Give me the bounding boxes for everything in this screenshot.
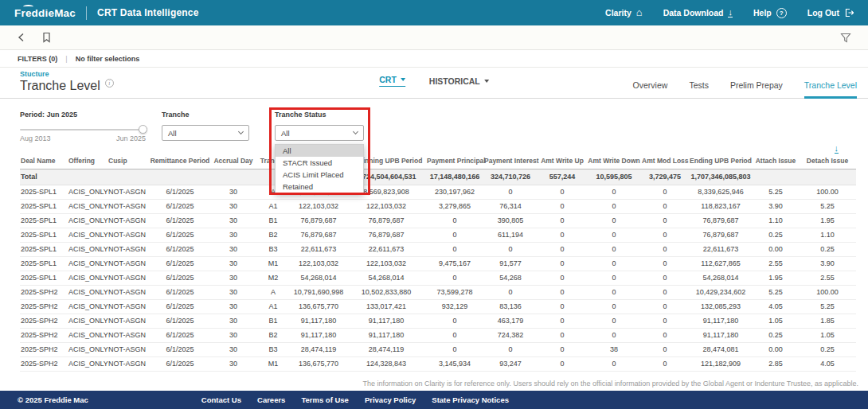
table-row: 2025-SPH2ACIS_ONLYNOT-ASGN6/1/202530A113… bbox=[20, 300, 856, 314]
table-cell: 0 bbox=[587, 228, 641, 243]
table-cell: 17,148,480,166 bbox=[426, 169, 483, 185]
table-cell: 28,474,119 bbox=[291, 343, 346, 357]
table-cell: 3.90 bbox=[799, 257, 856, 271]
table-cell: B3 bbox=[256, 343, 291, 357]
table-cell: 2.55 bbox=[799, 271, 856, 286]
bookmark-button[interactable] bbox=[41, 32, 52, 43]
table-cell bbox=[149, 169, 211, 185]
table-cell bbox=[753, 169, 799, 185]
table-cell: 0 bbox=[538, 271, 587, 286]
table-cell bbox=[799, 169, 856, 185]
crt-dropdown[interactable]: CRT bbox=[379, 75, 405, 87]
table-cell: 30 bbox=[211, 214, 256, 228]
table-cell: 0 bbox=[641, 300, 689, 314]
table-cell: NOT-ASGN bbox=[108, 300, 149, 314]
column-header: Amt Write Down bbox=[587, 152, 641, 169]
table-cell: 3.90 bbox=[753, 200, 799, 214]
table-cell: 2025-SPL1 bbox=[20, 214, 68, 228]
table-cell: 2025-SPH2 bbox=[20, 343, 68, 357]
table-cell: 0 bbox=[538, 185, 587, 200]
chevron-down-icon bbox=[353, 129, 358, 134]
table-cell: 2025-SPH2 bbox=[20, 286, 68, 300]
nav-clarity[interactable]: Clarity ⌂ bbox=[605, 8, 643, 18]
tranche-status-label: Tranche Status bbox=[275, 111, 364, 119]
table-cell: 1.05 bbox=[799, 329, 856, 343]
info-icon[interactable]: i bbox=[105, 79, 114, 88]
app-window: FreddieMac CRT Data Intelligence Clarity… bbox=[0, 0, 868, 409]
tranche-select[interactable]: All bbox=[162, 125, 249, 141]
nav-help[interactable]: Help ? bbox=[753, 8, 787, 18]
table-cell: 0 bbox=[641, 243, 689, 257]
period-range-start: Aug 2013 bbox=[20, 134, 51, 142]
table-cell: A1 bbox=[256, 200, 291, 214]
table-cell: 91,117,180 bbox=[346, 314, 426, 329]
table-row: 2025-SPH2ACIS_ONLYNOT-ASGN6/1/202530B191… bbox=[20, 314, 856, 329]
table-cell: 0 bbox=[538, 300, 587, 314]
historical-dropdown[interactable]: HISTORICAL bbox=[429, 76, 489, 86]
tab-bar: Overview Tests Prelim Prepay Tranche Lev… bbox=[633, 80, 857, 99]
table-cell: 28,474,119 bbox=[346, 343, 426, 357]
table-cell: 932,129 bbox=[426, 300, 483, 314]
option-stacr-issued[interactable]: STACR Issued bbox=[276, 157, 363, 169]
back-button[interactable] bbox=[17, 33, 25, 42]
tab-tests[interactable]: Tests bbox=[689, 80, 709, 99]
footer-copyright: © 2025 Freddie Mac bbox=[18, 395, 88, 404]
table-cell: 0 bbox=[641, 329, 689, 343]
table-cell: 0 bbox=[538, 286, 587, 300]
table-cell: 0 bbox=[587, 257, 641, 271]
table-cell: NOT-ASGN bbox=[108, 314, 149, 329]
period-slider-handle[interactable] bbox=[139, 125, 147, 134]
table-cell: 0 bbox=[641, 314, 689, 329]
table-cell: 557,244 bbox=[538, 169, 587, 185]
column-header: Amt Write Up bbox=[538, 152, 587, 169]
nav-log-out[interactable]: Log Out bbox=[807, 8, 854, 18]
table-cell: 54,268,014 bbox=[689, 271, 753, 286]
home-icon: ⌂ bbox=[636, 9, 643, 17]
table-cell: 0.00 bbox=[753, 343, 799, 357]
table-cell: 463,179 bbox=[483, 314, 538, 329]
table-cell: 30 bbox=[211, 314, 256, 329]
table-cell: 724,382 bbox=[483, 329, 538, 343]
option-retained[interactable]: Retained bbox=[276, 181, 363, 193]
table-cell: 0 bbox=[641, 286, 689, 300]
filters-count[interactable]: FILTERS (0) bbox=[18, 55, 57, 63]
footer-link-state-privacy-notices[interactable]: State Privacy Notices bbox=[432, 395, 509, 404]
period-label: Period: Jun 2025 bbox=[20, 111, 146, 119]
tab-overview[interactable]: Overview bbox=[633, 80, 668, 99]
table-cell: ACIS_ONLY bbox=[68, 200, 108, 214]
table-cell: 0 bbox=[641, 214, 689, 228]
tranche-status-select[interactable]: All bbox=[275, 125, 364, 141]
footer-link-privacy-policy[interactable]: Privacy Policy bbox=[365, 395, 416, 404]
table-cell: 0 bbox=[483, 343, 538, 357]
table-cell: 30 bbox=[211, 357, 256, 372]
table-cell: 5.25 bbox=[753, 286, 799, 300]
table-cell: 0 bbox=[426, 343, 483, 357]
table-cell: 6/1/2025 bbox=[149, 228, 211, 243]
table-cell: 3,279,865 bbox=[426, 200, 483, 214]
filters-bar: FILTERS (0) | No filter selections bbox=[0, 50, 868, 68]
table-cell: 10,791,690,998 bbox=[291, 286, 346, 300]
table-cell: 0.00 bbox=[753, 243, 799, 257]
table-cell: ACIS_ONLY bbox=[68, 257, 108, 271]
table-cell: 28,474,081 bbox=[689, 343, 753, 357]
footer-link-terms-of-use[interactable]: Terms of Use bbox=[301, 395, 348, 404]
footer-link-careers[interactable]: Careers bbox=[257, 395, 285, 404]
period-range-end: Jun 2025 bbox=[116, 134, 146, 142]
freddie-mac-logo[interactable]: FreddieMac bbox=[14, 7, 76, 19]
footer-link-contact-us[interactable]: Contact Us bbox=[201, 395, 241, 404]
option-acis-limit-placed[interactable]: ACIS Limit Placed bbox=[276, 169, 363, 181]
top-header-bar: FreddieMac CRT Data Intelligence Clarity… bbox=[0, 0, 868, 25]
page-header-row: Stucture Tranche Level i CRT HISTORICAL … bbox=[0, 68, 868, 99]
period-slider-track[interactable] bbox=[20, 129, 146, 130]
nav-data-download[interactable]: Data Download ↓ bbox=[663, 8, 733, 18]
table-cell: 5.25 bbox=[799, 200, 856, 214]
table-cell: 100.00 bbox=[799, 286, 856, 300]
table-cell: 0 bbox=[426, 243, 483, 257]
period-slider-group: Period: Jun 2025 Aug 2013 Jun 2025 bbox=[20, 111, 146, 142]
tab-prelim-prepay[interactable]: Prelim Prepay bbox=[730, 80, 783, 99]
option-all[interactable]: All bbox=[276, 145, 363, 157]
table-cell: 136,675,770 bbox=[291, 300, 346, 314]
nav-clarity-label: Clarity bbox=[605, 8, 631, 18]
filter-button[interactable] bbox=[840, 33, 851, 43]
tab-tranche-level[interactable]: Tranche Level bbox=[804, 80, 857, 99]
